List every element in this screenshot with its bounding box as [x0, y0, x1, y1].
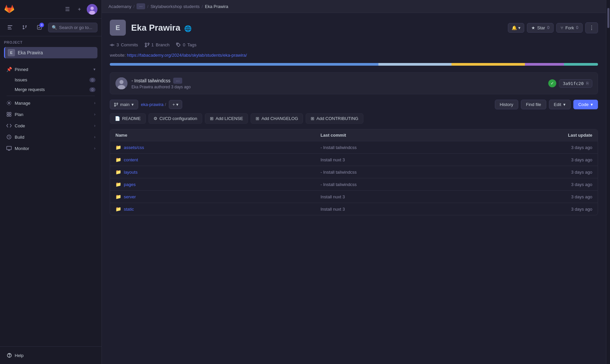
- breadcrumb-org[interactable]: Academany: [108, 4, 131, 9]
- breadcrumb: Academany / ··· / Skylabworkshop student…: [102, 0, 606, 13]
- svg-point-20: [145, 43, 146, 44]
- sidebar-item-code[interactable]: Code ›: [3, 120, 99, 131]
- commit-hash: 3a91fc20 ⎘: [559, 79, 592, 88]
- lang-segment-2: [378, 63, 451, 66]
- sidebar-footer: Help: [0, 346, 101, 364]
- svg-point-21: [148, 43, 149, 44]
- last-update-pages: 3 days ago: [526, 182, 592, 187]
- readme-icon: 📄: [115, 116, 120, 121]
- svg-rect-14: [9, 115, 11, 116]
- todos-toolbar-btn[interactable]: 0: [33, 21, 45, 33]
- sidebar-item-plan[interactable]: Plan ›: [3, 109, 99, 120]
- cicd-btn[interactable]: ⚙ CI/CD configuration: [148, 113, 202, 124]
- merge-requests-label: Merge requests: [15, 87, 45, 92]
- main-content: Academany / ··· / Skylabworkshop student…: [102, 0, 606, 364]
- copy-hash-btn[interactable]: ⎘: [586, 81, 589, 86]
- file-name-static[interactable]: 📁 static: [115, 206, 321, 212]
- readme-btn[interactable]: 📄 README: [110, 113, 146, 124]
- commit-time: authored 3 days ago: [154, 85, 191, 89]
- sidebar-item-monitor[interactable]: Monitor ›: [3, 143, 99, 154]
- edit-chevron: ▾: [563, 102, 566, 107]
- file-name-layouts[interactable]: 📁 layouts: [115, 169, 321, 175]
- svg-rect-16: [7, 146, 11, 150]
- commit-author-info: Eka Prawira authored 3 days ago: [131, 85, 544, 89]
- project-item[interactable]: E Eka Prawira: [4, 47, 97, 58]
- code-dropdown-btn[interactable]: Code ▾: [573, 100, 598, 109]
- fork-btn[interactable]: ⑂ Fork 0: [556, 23, 583, 33]
- gitlab-logo[interactable]: [4, 3, 15, 15]
- manage-icon: [6, 100, 12, 106]
- svg-point-27: [114, 103, 115, 104]
- user-avatar[interactable]: [87, 4, 97, 15]
- folder-icon: 📁: [115, 145, 121, 150]
- file-toolbar: main ▾ eka-prawira / + ▾ History Find fi…: [110, 100, 598, 109]
- sidebar-top-icons: ☰ +: [63, 4, 97, 15]
- add-contributing-btn[interactable]: ⊞ Add CONTRIBUTING: [306, 113, 363, 124]
- help-btn[interactable]: Help: [4, 351, 97, 360]
- issues-count: 0: [89, 78, 95, 82]
- branch-chevron: ▾: [131, 102, 134, 107]
- commit-hash-area: ✓ 3a91fc20 ⎘: [548, 79, 592, 88]
- last-commit-server: Install nuxt 3: [321, 194, 526, 199]
- sidebar-item-build[interactable]: Build ›: [3, 131, 99, 143]
- manage-label: Manage: [15, 101, 30, 106]
- todos-badge: 0: [39, 23, 44, 27]
- sidebar-item-pinned[interactable]: 📌 Pinned ▾: [3, 64, 99, 75]
- file-name-assets[interactable]: 📁 assets/css: [115, 145, 321, 150]
- sidebar-item-issues[interactable]: Issues 0: [3, 75, 99, 85]
- file-name-content[interactable]: 📁 content: [115, 157, 321, 162]
- add-changelog-btn[interactable]: ⊞ Add CHANGELOG: [251, 113, 303, 124]
- readme-label: README: [122, 116, 141, 121]
- new-item-btn[interactable]: +: [75, 5, 84, 14]
- cicd-icon: ⚙: [154, 116, 158, 121]
- notify-btn[interactable]: 🔔 ▾: [508, 23, 524, 33]
- contributing-icon: ⊞: [311, 116, 314, 121]
- breadcrumb-more-btn[interactable]: ···: [136, 3, 145, 9]
- file-name-pages[interactable]: 📁 pages: [115, 182, 321, 187]
- project-name: Eka Prawira: [18, 50, 43, 55]
- build-icon: [6, 134, 12, 140]
- search-placeholder: Search or go to...: [59, 25, 92, 30]
- star-btn[interactable]: ★ Star 0: [527, 23, 554, 33]
- file-table-header: Name Last commit Last update: [110, 129, 598, 141]
- svg-point-6: [23, 25, 24, 27]
- branch-selector[interactable]: main ▾: [110, 100, 138, 109]
- code-label: Code: [15, 123, 25, 128]
- search-box[interactable]: 🔍 Search or go to...: [48, 23, 97, 32]
- col-last-commit: Last commit: [321, 133, 526, 138]
- path-root[interactable]: eka-prawira: [141, 102, 164, 107]
- project-section: Project E Eka Prawira: [0, 36, 101, 62]
- table-row: 📁 pages - Install tailwindcss 3 days ago: [110, 178, 598, 191]
- issues-toolbar-btn[interactable]: [4, 21, 16, 33]
- tag-icon: [176, 43, 181, 47]
- file-name-text: layouts: [124, 170, 137, 175]
- svg-point-2: [89, 11, 95, 15]
- star-icon: ★: [531, 25, 535, 30]
- sidebar-toggle-btn[interactable]: ☰: [63, 5, 72, 14]
- history-btn[interactable]: History: [495, 100, 518, 109]
- file-name-server[interactable]: 📁 server: [115, 194, 321, 199]
- commit-author-avatar: [115, 77, 127, 89]
- sidebar-item-manage[interactable]: Manage ›: [3, 97, 99, 109]
- sidebar-item-merge-requests[interactable]: Merge requests 0: [3, 85, 99, 94]
- code-btn-label: Code: [578, 102, 589, 107]
- scrollbar-thumb[interactable]: [607, 8, 609, 28]
- merge-requests-toolbar-btn[interactable]: [19, 21, 31, 33]
- lang-segment-5: [564, 63, 598, 66]
- scrollbar[interactable]: [606, 0, 610, 364]
- repo-title-area: E Eka Prawira 🌐: [110, 20, 192, 36]
- last-commit-content: Install nuxt 3: [321, 157, 526, 162]
- edit-label[interactable]: Edit: [554, 102, 561, 107]
- breadcrumb-group[interactable]: Skylabworkshop students: [150, 4, 200, 9]
- tags-label: Tags: [187, 42, 196, 47]
- website-link[interactable]: https://fabacademy.org/2024/labs/skylab/…: [127, 53, 247, 58]
- svg-point-7: [25, 25, 27, 27]
- find-file-btn[interactable]: Find file: [521, 100, 546, 109]
- add-file-btn[interactable]: + ▾: [169, 100, 183, 109]
- commit-more-btn[interactable]: ···: [173, 78, 183, 84]
- fork-label: Fork: [565, 25, 574, 30]
- more-options-btn[interactable]: ⋮: [585, 22, 598, 33]
- file-name-text: assets/css: [124, 145, 144, 150]
- branch-name: main: [120, 102, 129, 107]
- add-license-btn[interactable]: ⊞ Add LICENSE: [205, 113, 248, 124]
